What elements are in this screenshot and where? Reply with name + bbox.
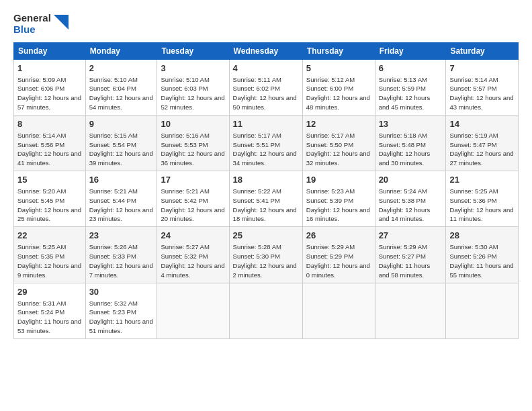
day-info: Sunrise: 5:21 AM Sunset: 5:44 PM Dayligh… bbox=[89, 187, 154, 224]
calendar-cell: 29Sunrise: 5:31 AM Sunset: 5:24 PM Dayli… bbox=[14, 283, 86, 338]
calendar-cell: 2Sunrise: 5:10 AM Sunset: 6:04 PM Daylig… bbox=[85, 59, 157, 115]
calendar-cell: 15Sunrise: 5:20 AM Sunset: 5:45 PM Dayli… bbox=[14, 171, 86, 227]
calendar-cell: 12Sunrise: 5:17 AM Sunset: 5:50 PM Dayli… bbox=[302, 115, 375, 171]
day-info: Sunrise: 5:10 AM Sunset: 6:04 PM Dayligh… bbox=[89, 75, 154, 112]
calendar-cell: 6Sunrise: 5:13 AM Sunset: 5:59 PM Daylig… bbox=[375, 59, 446, 115]
day-number: 20 bbox=[379, 174, 443, 186]
calendar-cell: 16Sunrise: 5:21 AM Sunset: 5:44 PM Dayli… bbox=[85, 171, 157, 227]
day-header-wednesday: Wednesday bbox=[229, 42, 302, 59]
calendar-cell: 18Sunrise: 5:22 AM Sunset: 5:41 PM Dayli… bbox=[229, 171, 302, 227]
day-header-monday: Monday bbox=[85, 42, 157, 59]
calendar-cell: 22Sunrise: 5:25 AM Sunset: 5:35 PM Dayli… bbox=[14, 227, 86, 283]
day-number: 1 bbox=[17, 62, 82, 75]
svg-marker-0 bbox=[54, 15, 69, 30]
day-number: 9 bbox=[89, 118, 154, 130]
calendar-cell: 11Sunrise: 5:17 AM Sunset: 5:51 PM Dayli… bbox=[229, 115, 302, 171]
calendar-week-1: 1Sunrise: 5:09 AM Sunset: 6:06 PM Daylig… bbox=[14, 59, 519, 115]
page: General Blue SundayMondayTuesdayWednesda… bbox=[0, 0, 532, 411]
day-info: Sunrise: 5:09 AM Sunset: 6:06 PM Dayligh… bbox=[17, 75, 82, 112]
calendar-cell: 19Sunrise: 5:23 AM Sunset: 5:39 PM Dayli… bbox=[302, 171, 375, 227]
day-number: 10 bbox=[161, 118, 225, 130]
day-info: Sunrise: 5:32 AM Sunset: 5:23 PM Dayligh… bbox=[89, 299, 154, 336]
header: General Blue bbox=[13, 12, 519, 36]
day-number: 7 bbox=[449, 62, 515, 75]
day-info: Sunrise: 5:31 AM Sunset: 5:24 PM Dayligh… bbox=[17, 299, 82, 336]
calendar-cell: 5Sunrise: 5:12 AM Sunset: 6:00 PM Daylig… bbox=[302, 59, 375, 115]
day-number: 27 bbox=[379, 230, 443, 242]
day-info: Sunrise: 5:25 AM Sunset: 5:35 PM Dayligh… bbox=[17, 242, 82, 279]
calendar-cell: 27Sunrise: 5:29 AM Sunset: 5:27 PM Dayli… bbox=[375, 227, 446, 283]
calendar-cell: 26Sunrise: 5:29 AM Sunset: 5:29 PM Dayli… bbox=[302, 227, 375, 283]
day-info: Sunrise: 5:30 AM Sunset: 5:26 PM Dayligh… bbox=[449, 242, 515, 279]
calendar-cell: 10Sunrise: 5:16 AM Sunset: 5:53 PM Dayli… bbox=[157, 115, 229, 171]
day-info: Sunrise: 5:18 AM Sunset: 5:48 PM Dayligh… bbox=[379, 131, 443, 168]
day-info: Sunrise: 5:29 AM Sunset: 5:27 PM Dayligh… bbox=[379, 242, 443, 279]
day-number: 4 bbox=[233, 62, 299, 75]
day-info: Sunrise: 5:23 AM Sunset: 5:39 PM Dayligh… bbox=[306, 187, 371, 224]
day-info: Sunrise: 5:15 AM Sunset: 5:54 PM Dayligh… bbox=[89, 131, 154, 168]
day-info: Sunrise: 5:25 AM Sunset: 5:36 PM Dayligh… bbox=[449, 187, 515, 224]
logo-arrow-icon bbox=[54, 15, 69, 30]
day-number: 25 bbox=[233, 230, 299, 242]
calendar-cell bbox=[157, 283, 229, 338]
calendar-cell: 3Sunrise: 5:10 AM Sunset: 6:03 PM Daylig… bbox=[157, 59, 229, 115]
day-info: Sunrise: 5:28 AM Sunset: 5:30 PM Dayligh… bbox=[233, 242, 299, 279]
day-info: Sunrise: 5:14 AM Sunset: 5:56 PM Dayligh… bbox=[17, 131, 82, 168]
day-number: 15 bbox=[17, 174, 82, 186]
day-info: Sunrise: 5:13 AM Sunset: 5:59 PM Dayligh… bbox=[379, 75, 443, 112]
calendar-cell: 8Sunrise: 5:14 AM Sunset: 5:56 PM Daylig… bbox=[14, 115, 86, 171]
calendar-cell bbox=[446, 283, 519, 338]
day-header-friday: Friday bbox=[375, 42, 446, 59]
calendar-cell: 1Sunrise: 5:09 AM Sunset: 6:06 PM Daylig… bbox=[14, 59, 86, 115]
day-number: 19 bbox=[306, 174, 371, 186]
logo: General Blue bbox=[13, 12, 69, 36]
calendar-cell: 25Sunrise: 5:28 AM Sunset: 5:30 PM Dayli… bbox=[229, 227, 302, 283]
day-number: 17 bbox=[161, 174, 225, 186]
day-number: 6 bbox=[379, 62, 443, 75]
day-info: Sunrise: 5:14 AM Sunset: 5:57 PM Dayligh… bbox=[449, 75, 515, 112]
day-info: Sunrise: 5:17 AM Sunset: 5:50 PM Dayligh… bbox=[306, 131, 371, 168]
day-number: 5 bbox=[306, 62, 371, 75]
calendar-cell: 14Sunrise: 5:19 AM Sunset: 5:47 PM Dayli… bbox=[446, 115, 519, 171]
calendar-week-5: 29Sunrise: 5:31 AM Sunset: 5:24 PM Dayli… bbox=[14, 283, 519, 338]
day-header-sunday: Sunday bbox=[14, 42, 86, 59]
day-number: 8 bbox=[17, 118, 82, 130]
day-info: Sunrise: 5:17 AM Sunset: 5:51 PM Dayligh… bbox=[233, 131, 299, 168]
calendar-cell: 7Sunrise: 5:14 AM Sunset: 5:57 PM Daylig… bbox=[446, 59, 519, 115]
day-info: Sunrise: 5:22 AM Sunset: 5:41 PM Dayligh… bbox=[233, 187, 299, 224]
day-header-tuesday: Tuesday bbox=[157, 42, 229, 59]
calendar-week-2: 8Sunrise: 5:14 AM Sunset: 5:56 PM Daylig… bbox=[14, 115, 519, 171]
day-number: 18 bbox=[233, 174, 299, 186]
day-info: Sunrise: 5:21 AM Sunset: 5:42 PM Dayligh… bbox=[161, 187, 225, 224]
calendar-cell: 4Sunrise: 5:11 AM Sunset: 6:02 PM Daylig… bbox=[229, 59, 302, 115]
day-number: 11 bbox=[233, 118, 299, 130]
calendar-cell: 23Sunrise: 5:26 AM Sunset: 5:33 PM Dayli… bbox=[85, 227, 157, 283]
calendar-cell: 24Sunrise: 5:27 AM Sunset: 5:32 PM Dayli… bbox=[157, 227, 229, 283]
day-number: 28 bbox=[449, 230, 515, 242]
calendar-cell: 28Sunrise: 5:30 AM Sunset: 5:26 PM Dayli… bbox=[446, 227, 519, 283]
day-number: 22 bbox=[17, 230, 82, 242]
day-info: Sunrise: 5:29 AM Sunset: 5:29 PM Dayligh… bbox=[306, 242, 371, 279]
day-info: Sunrise: 5:24 AM Sunset: 5:38 PM Dayligh… bbox=[379, 187, 443, 224]
day-number: 2 bbox=[89, 62, 154, 75]
calendar-cell: 13Sunrise: 5:18 AM Sunset: 5:48 PM Dayli… bbox=[375, 115, 446, 171]
calendar-cell: 21Sunrise: 5:25 AM Sunset: 5:36 PM Dayli… bbox=[446, 171, 519, 227]
day-number: 14 bbox=[449, 118, 515, 130]
day-number: 30 bbox=[89, 286, 154, 298]
day-number: 12 bbox=[306, 118, 371, 130]
day-header-thursday: Thursday bbox=[302, 42, 375, 59]
day-info: Sunrise: 5:19 AM Sunset: 5:47 PM Dayligh… bbox=[449, 131, 515, 168]
logo-text: General Blue bbox=[13, 12, 51, 36]
day-info: Sunrise: 5:26 AM Sunset: 5:33 PM Dayligh… bbox=[89, 242, 154, 279]
day-number: 13 bbox=[379, 118, 443, 130]
calendar-cell bbox=[375, 283, 446, 338]
calendar-cell bbox=[229, 283, 302, 338]
day-number: 16 bbox=[89, 174, 154, 186]
calendar-cell: 17Sunrise: 5:21 AM Sunset: 5:42 PM Dayli… bbox=[157, 171, 229, 227]
calendar-body: 1Sunrise: 5:09 AM Sunset: 6:06 PM Daylig… bbox=[14, 59, 519, 338]
calendar-cell: 30Sunrise: 5:32 AM Sunset: 5:23 PM Dayli… bbox=[85, 283, 157, 338]
day-info: Sunrise: 5:12 AM Sunset: 6:00 PM Dayligh… bbox=[306, 75, 371, 112]
day-info: Sunrise: 5:11 AM Sunset: 6:02 PM Dayligh… bbox=[233, 75, 299, 112]
calendar: SundayMondayTuesdayWednesdayThursdayFrid… bbox=[13, 42, 519, 339]
calendar-cell: 20Sunrise: 5:24 AM Sunset: 5:38 PM Dayli… bbox=[375, 171, 446, 227]
